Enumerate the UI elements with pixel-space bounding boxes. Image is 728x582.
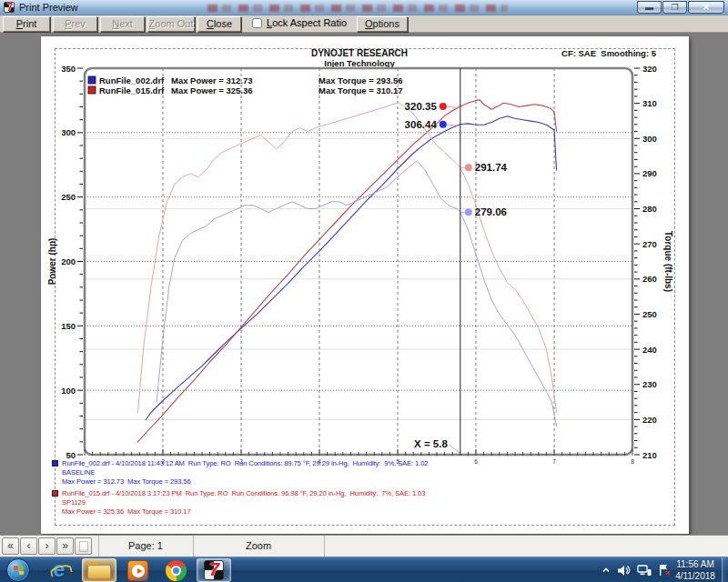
close-button[interactable]: Close: [197, 16, 241, 32]
folder-icon: [87, 562, 111, 579]
page-nav-bar: « ‹ › » Page: 1 Zoom: [0, 535, 728, 557]
window-title: Print Preview: [19, 2, 78, 13]
window-titlebar: 7 Print Preview ▬ ❐ ✕: [0, 0, 728, 15]
action-center-flag-icon[interactable]: [658, 564, 672, 577]
cursor-marker-dot: [440, 103, 447, 110]
first-page-button[interactable]: «: [2, 537, 19, 555]
taskbar-item-media-player[interactable]: [120, 558, 155, 582]
last-page-button[interactable]: »: [56, 537, 74, 555]
divider: [324, 536, 325, 557]
maximize-button[interactable]: ❐: [662, 1, 687, 14]
show-desktop-button[interactable]: [722, 557, 728, 582]
minimize-button[interactable]: ▬: [637, 1, 662, 14]
chrome-icon: [166, 560, 187, 581]
cursor-x-callout: [450, 445, 460, 454]
torque-tick-label: 320: [642, 64, 657, 74]
cursor-marker-dot: [465, 208, 472, 216]
taskbar-clock[interactable]: 11:56 AM 4/11/2018: [672, 558, 719, 582]
torque-tick-label: 280: [642, 204, 657, 214]
network-icon[interactable]: [637, 565, 652, 577]
cursor-value-label: 291.74: [475, 162, 508, 173]
app-icon: 7: [4, 2, 15, 13]
power-tick-label: 250: [61, 192, 76, 202]
cursor-value-label: 279.06: [475, 206, 507, 217]
divider: [98, 536, 99, 557]
lock-aspect-group: Lock Aspect Ratio: [252, 17, 347, 28]
torque-tick-label: 240: [642, 345, 657, 355]
screen: 7 Print Preview ▬ ❐ ✕ Print Prev Next Zo…: [0, 0, 728, 582]
prev-page-button[interactable]: ‹: [20, 537, 37, 555]
taskbar-item-internet-explorer[interactable]: e: [44, 558, 78, 582]
preview-area: DYNOJET RESEARCH Injen Technology CF: SA…: [0, 33, 728, 535]
legend-swatch: [88, 76, 96, 84]
run2-color-swatch: [52, 490, 58, 497]
power-tick-label: 300: [61, 127, 76, 137]
cursor-marker-dot: [440, 121, 447, 128]
taskbar-item-dynojet[interactable]: 7: [197, 558, 231, 582]
next-page-button[interactable]: ›: [38, 537, 56, 555]
zoom-indicator: Zoom: [204, 540, 313, 551]
zoom-out-button[interactable]: Zoom Out: [147, 16, 195, 32]
legend-row: RunFile_015.drfMax Power = 325.36Max Tor…: [99, 85, 403, 95]
internet-explorer-icon: e: [50, 559, 72, 581]
legend-row: RunFile_002.drfMax Power = 312.73Max Tor…: [99, 75, 403, 85]
run1-max: Max Power = 312.73 Max Torque = 293.56: [62, 477, 191, 486]
power-axis-title: Power (hp): [47, 238, 57, 286]
run2-max: Max Power = 325.36 Max Torque = 310.17: [62, 507, 191, 516]
divider: [193, 536, 194, 557]
page-setup-button[interactable]: [75, 537, 92, 555]
curve-torque_002: [157, 161, 556, 426]
page-indicator: Page: 1: [109, 540, 182, 551]
taskbar-item-file-explorer[interactable]: [82, 558, 116, 582]
cursor-x-label: X = 5.8: [414, 438, 448, 449]
volume-icon[interactable]: [617, 565, 631, 577]
taskbar-item-chrome[interactable]: [158, 558, 193, 582]
hidden-icons-arrow[interactable]: [602, 566, 611, 575]
run1-name: BASELINE: [62, 468, 95, 477]
power-tick-label: 50: [66, 450, 76, 460]
page-icon: [79, 541, 88, 552]
lock-aspect-checkbox[interactable]: [252, 18, 262, 28]
window-controls: ▬ ❐ ✕: [636, 1, 724, 14]
power-tick-label: 350: [61, 64, 76, 74]
torque-tick-label: 290: [642, 168, 657, 178]
power-tick-label: 200: [61, 256, 76, 266]
torque-tick-label: 260: [642, 274, 657, 284]
run1-info: RunFile_002.drf - 4/10/2018 11:43:12 AM …: [62, 459, 428, 467]
power-tick-label: 150: [61, 321, 76, 331]
torque-tick-label: 210: [642, 450, 657, 460]
options-button[interactable]: Options: [357, 16, 408, 32]
system-tray: [602, 557, 672, 582]
taskbar: e 7 11:56 AM 4/11/2018: [0, 557, 728, 582]
x-tick-label: 6: [474, 458, 478, 465]
next-button[interactable]: Next: [100, 16, 145, 32]
torque-tick-label: 250: [642, 309, 657, 319]
torque-tick-label: 230: [642, 379, 657, 389]
run1-color-swatch: [52, 460, 58, 467]
run2-name: SP1129: [62, 498, 86, 507]
close-window-button[interactable]: ✕: [688, 1, 724, 14]
document-path-blurred: [207, 5, 508, 12]
lock-aspect-label: Lock Aspect Ratio: [267, 17, 347, 28]
curve-torque_015: [138, 103, 557, 413]
clock-time: 11:56 AM: [672, 558, 719, 570]
run2-info: RunFile_015.drf - 4/10/2018 3:17:23 PM R…: [62, 489, 425, 497]
prev-button[interactable]: Prev: [53, 16, 97, 32]
windows-flag-icon: [13, 566, 24, 576]
torque-tick-label: 220: [642, 415, 657, 425]
clock-date: 4/11/2018: [672, 570, 719, 582]
cursor-marker-dot: [465, 164, 472, 171]
start-button[interactable]: [6, 558, 30, 582]
preview-page: DYNOJET RESEARCH Injen Technology CF: SA…: [41, 36, 689, 534]
torque-tick-label: 300: [642, 134, 657, 144]
power-tick-label: 100: [61, 386, 76, 396]
print-button[interactable]: Print: [3, 16, 50, 32]
torque-tick-label: 270: [642, 239, 657, 249]
x-tick-label: 7: [552, 458, 556, 465]
cursor-value-label: 306.44: [405, 119, 438, 130]
media-player-icon: [127, 560, 148, 581]
legend-swatch: [88, 86, 96, 94]
dynojet-app-icon: 7: [204, 560, 224, 580]
x-tick-label: 8: [631, 458, 634, 465]
print-preview-toolbar: Print Prev Next Zoom Out Close Lock Aspe…: [0, 15, 728, 33]
